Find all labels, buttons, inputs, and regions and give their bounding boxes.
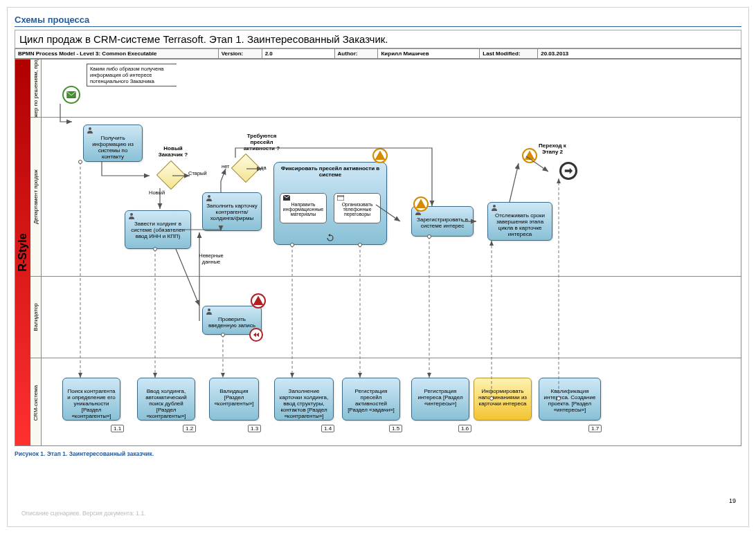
user-icon: [87, 127, 93, 134]
lane-crm: Поиск контрагента и определение его уник…: [42, 358, 741, 446]
start-annotation: Каким либо образом получена информация о…: [87, 64, 177, 86]
gateway-presale-label: Требуются пресейл активности ?: [239, 133, 285, 151]
gw1-no: Старый: [188, 170, 207, 176]
user-icon: [206, 194, 213, 201]
ref-1-4: 1.4: [321, 425, 334, 432]
footer-text: Описание сценариев. Версия документа: 1.…: [21, 510, 146, 517]
signal-icon: [374, 149, 386, 162]
message-icon: [66, 90, 76, 100]
ref-1-2: 1.2: [183, 425, 196, 432]
task-create-holding: Завести холдинг в системе (обязателен вв…: [125, 210, 191, 249]
lane-validator: Проверить введенную запись: [42, 277, 741, 358]
diagram-title: Цикл продаж в CRM-системе Terrasoft. Эта…: [15, 30, 741, 48]
task-track-deadline: Отслеживать сроки завершения этапа цикла…: [487, 202, 552, 241]
svg-point-8: [493, 205, 496, 208]
signal-icon: [252, 295, 264, 307]
gateway-new-customer-label: Новый Заказчик ?: [152, 145, 194, 158]
meta-version-label: Version:: [218, 49, 262, 59]
user-icon: [128, 212, 135, 219]
gateway-presale: [231, 154, 260, 183]
meta-author: Кирилл Мишичев: [378, 49, 480, 59]
crm-task-reg-interest: Регистрация интереса [Раздел «интересы»]: [411, 378, 469, 421]
meta-version: 2.0: [262, 49, 334, 59]
compensation-icon: [253, 331, 260, 338]
meta-model-label: BPMN Process Model - Level 3: Common Exe…: [15, 49, 219, 59]
start-event: [62, 86, 80, 104]
boundary-compensation: [249, 328, 263, 342]
bpmn-diagram: R-Style Менеджер по решениям, продуктам …: [15, 59, 741, 446]
gw1-yes: Новый: [149, 190, 165, 196]
signal-icon: [415, 198, 427, 210]
intermediate-signal-event-1: [372, 148, 388, 163]
svg-point-3: [208, 195, 210, 198]
figure-caption: Рисунок 1. Этап 1. Заинтересованный зака…: [15, 450, 741, 457]
link-icon: [564, 166, 573, 176]
ref-1-7: 1.7: [588, 425, 602, 432]
lane-label-sales: Департамент продаж: [30, 118, 42, 277]
user-icon: [491, 204, 498, 211]
lane-label-crm: CRM-система: [30, 358, 42, 446]
end-event-link: [559, 162, 577, 180]
envelope-icon: [283, 195, 290, 201]
gw2-no: нет: [222, 163, 230, 169]
transition-label: Переход к Этапу 2: [532, 142, 573, 155]
meta-modified: 20.03.2013: [538, 49, 741, 59]
crm-task-enter-holding: Ввод холдинга, автоматический поиск дубл…: [137, 378, 195, 421]
crm-task-search: Поиск контрагента и определение его уник…: [62, 378, 120, 421]
crm-task-qualify: Квалификация интереса. Создание проекта.…: [539, 378, 601, 421]
meta-table: BPMN Process Model - Level 3: Common Exe…: [15, 48, 741, 59]
intermediate-error-event: [251, 293, 266, 309]
sub-task-phone: Организовать телефонные переговоры: [334, 193, 381, 223]
svg-point-1: [89, 127, 91, 130]
svg-point-9: [208, 309, 210, 311]
ref-1-1: 1.1: [111, 425, 124, 432]
intermediate-signal-event-2: [413, 196, 429, 212]
subprocess-presale: Фиксировать пресейл активности в системе…: [273, 162, 387, 245]
task-get-info: Получить информацию из системы по контак…: [83, 125, 143, 162]
page-frame: Схемы процесса Цикл продаж в CRM-системе…: [7, 7, 749, 527]
lane-label-manager: Менеджер по решениям, продуктам: [30, 59, 42, 118]
lane-manager: Каким либо образом получена информация о…: [42, 59, 741, 118]
calendar-icon: [337, 195, 344, 201]
gw2-yes: да: [260, 165, 267, 171]
gateway-new-customer: [156, 160, 186, 190]
user-icon: [206, 308, 213, 315]
lane-label-validator: Валидатор: [30, 277, 42, 358]
crm-task-reg-presale: Регистрация пресейл активностей [Раздел …: [342, 378, 400, 421]
loop-icon: [326, 234, 334, 242]
svg-point-2: [130, 213, 133, 216]
ref-1-5: 1.5: [389, 425, 402, 432]
sub-task-send-materials: Направить информационные материалы: [280, 193, 327, 223]
section-title: Схемы процесса: [15, 15, 741, 27]
crm-task-validation: Валидация [Раздел «контрагенты»]: [209, 378, 259, 421]
pool-label: R-Style: [15, 59, 30, 445]
meta-author-label: Author:: [334, 49, 378, 59]
subprocess-title: Фиксировать пресейл активности в системе: [274, 163, 386, 181]
page-number: 19: [729, 497, 736, 504]
ref-1-3: 1.3: [248, 425, 261, 432]
crm-task-fill-structure: Заполнение карточки холдинга, ввод струк…: [274, 378, 334, 421]
meta-modified-label: Last Modified:: [480, 49, 538, 59]
ref-1-6: 1.6: [458, 425, 471, 432]
task-fill-card: Заполнить карточку контрагента/ холдинга…: [202, 192, 262, 231]
crm-task-inform: Информировать напоминаниями из карточки …: [474, 378, 532, 421]
svg-rect-5: [337, 195, 344, 201]
lane-sales: Получить информацию из системы по контак…: [42, 118, 741, 277]
wrong-data-label: Неверные данные: [194, 252, 228, 265]
